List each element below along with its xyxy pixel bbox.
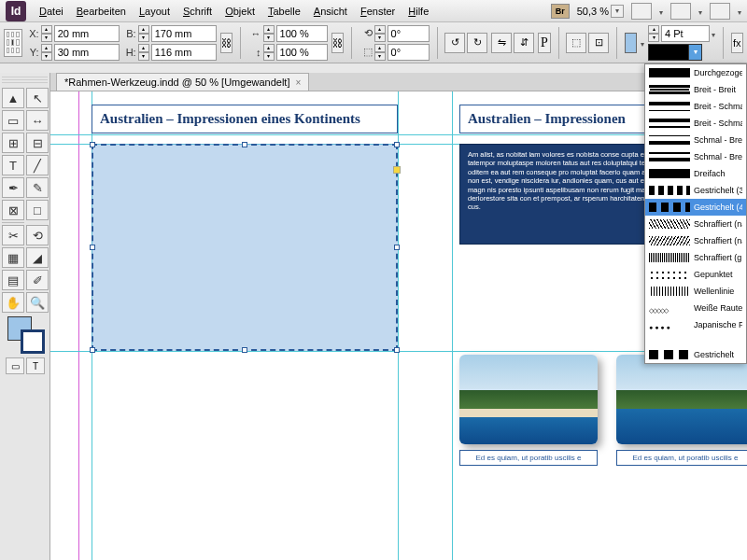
constrain-icon[interactable]: ⛓: [220, 33, 233, 53]
h-spinner[interactable]: ▴▾: [138, 44, 149, 61]
scaley-spinner[interactable]: ▴▾: [263, 44, 275, 61]
resize-handle[interactable]: [394, 347, 400, 353]
caption-frame[interactable]: Ed es quiam, ut poratib uscilis e: [616, 450, 747, 466]
menu-hilfe[interactable]: Hilfe: [408, 6, 429, 17]
zoom-level[interactable]: 50,3 %: [577, 6, 609, 17]
image-frame[interactable]: [616, 355, 747, 444]
line-tool[interactable]: ╱: [26, 155, 49, 175]
resize-handle[interactable]: [394, 245, 400, 250]
note-tool[interactable]: ▤: [2, 270, 24, 290]
rotate-ccw-icon[interactable]: ↺: [444, 33, 465, 53]
stroke-style-dropdown[interactable]: DurchgezogenBreit - BreitBreit - SchmaBr…: [644, 63, 747, 364]
stroke-option[interactable]: Gestrichelt: [645, 346, 746, 363]
resize-handle[interactable]: [242, 347, 247, 353]
scalex-spinner[interactable]: ▴▾: [263, 25, 275, 42]
select-arrow[interactable]: ▲: [2, 88, 24, 108]
fill-dropdown-icon[interactable]: [641, 37, 644, 49]
close-tab-icon[interactable]: ×: [295, 77, 301, 88]
constrain-scale-icon[interactable]: ⛓: [331, 33, 344, 53]
free-transform[interactable]: ⟲: [26, 225, 49, 245]
select-content-icon[interactable]: ⊡: [588, 33, 609, 53]
stroke-option[interactable]: Schraffiert (g: [645, 249, 746, 266]
stroke-option[interactable]: Breit - Schma: [645, 115, 746, 132]
w-input[interactable]: 170 mm: [151, 25, 217, 42]
effects-icon[interactable]: fx: [731, 33, 743, 53]
shear-spinner[interactable]: ▴▾: [374, 44, 386, 61]
zoom-tool[interactable]: 🔍: [26, 292, 49, 313]
scaley-input[interactable]: 100 %: [276, 44, 328, 61]
stroke-weight-dropdown-icon[interactable]: [712, 28, 715, 39]
stroke-weight-input[interactable]: 4 Pt: [661, 25, 710, 42]
panel-grip[interactable]: [2, 77, 48, 84]
caption-frame[interactable]: Ed es quiam, ut poratib uscilis e: [459, 450, 598, 466]
flip-h-icon[interactable]: ⇋: [491, 33, 512, 53]
rotate-input[interactable]: 0°: [388, 25, 430, 42]
type-tool[interactable]: T: [2, 155, 24, 175]
stroke-option[interactable]: Schmal - Brei: [645, 148, 746, 165]
chevron-down-icon[interactable]: [698, 6, 702, 17]
stroke-option[interactable]: Breit - Schma: [645, 98, 746, 115]
stroke-option[interactable]: Dreifach: [645, 165, 746, 182]
rotate-cw-icon[interactable]: ↻: [467, 33, 487, 53]
menu-schrift[interactable]: Schrift: [183, 6, 212, 17]
hand-tool[interactable]: ✋: [2, 292, 24, 313]
x-spinner[interactable]: ▴▾: [41, 25, 52, 42]
zoom-dropdown-icon[interactable]: [611, 5, 624, 18]
stroke-weight-spinner[interactable]: ▴▾: [648, 25, 659, 42]
color-swatches[interactable]: [7, 316, 45, 354]
menu-tabelle[interactable]: Tabelle: [268, 6, 301, 17]
page-tool[interactable]: ▭: [2, 110, 24, 131]
stroke-option[interactable]: Schmal - Brei: [645, 132, 746, 148]
eyedropper[interactable]: ✐: [26, 270, 49, 290]
stroke-option[interactable]: Gestrichelt (3: [645, 182, 746, 199]
content-placer[interactable]: ⊟: [26, 133, 49, 153]
stroke-option[interactable]: Gepunktet: [645, 266, 746, 283]
stroke-option[interactable]: Wellenlinie: [645, 283, 746, 300]
chevron-down-icon[interactable]: [659, 6, 663, 17]
pen-tool[interactable]: ✒: [2, 177, 24, 198]
apply-text-icon[interactable]: T: [26, 357, 45, 374]
p-icon[interactable]: P: [538, 33, 550, 53]
gradient-feather[interactable]: ◢: [26, 247, 49, 268]
apply-color-icon[interactable]: ▭: [6, 357, 24, 374]
gap-tool[interactable]: ↔: [26, 110, 49, 131]
bridge-icon[interactable]: Br: [551, 4, 570, 19]
direct-select[interactable]: ↖: [26, 88, 49, 108]
menu-bearbeiten[interactable]: Bearbeiten: [77, 6, 126, 17]
y-spinner[interactable]: ▴▾: [41, 44, 52, 61]
selected-frame[interactable]: [92, 144, 398, 351]
flip-v-icon[interactable]: ⇵: [514, 33, 534, 53]
stroke-option[interactable]: Durchgezogen: [645, 64, 746, 81]
rect-tool[interactable]: □: [26, 200, 49, 220]
w-spinner[interactable]: ▴▾: [138, 25, 149, 42]
menu-ansicht[interactable]: Ansicht: [314, 6, 347, 17]
shear-input[interactable]: 0°: [388, 44, 430, 61]
pencil-tool[interactable]: ✎: [26, 177, 49, 198]
h-input[interactable]: 116 mm: [151, 44, 217, 61]
menu-objekt[interactable]: Objekt: [225, 6, 255, 17]
stroke-swatch[interactable]: [21, 329, 45, 354]
view-options-icon[interactable]: [631, 3, 652, 20]
stroke-option[interactable]: Schraffiert (na: [645, 216, 746, 232]
image-frame[interactable]: [459, 355, 598, 444]
resize-handle[interactable]: [90, 245, 95, 250]
fill-color[interactable]: [625, 33, 637, 53]
stroke-option[interactable]: Breit - Breit: [645, 81, 746, 98]
frame-rect[interactable]: ⊠: [2, 200, 24, 220]
stroke-option[interactable]: Japanische Pu: [645, 316, 746, 333]
y-input[interactable]: 30 mm: [54, 44, 120, 61]
resize-handle[interactable]: [90, 347, 95, 353]
stroke-option[interactable]: Weiße Rauten: [645, 300, 746, 316]
document-canvas[interactable]: Australien – Impressionen eines Kontinen…: [50, 91, 747, 560]
stroke-option[interactable]: Schraffiert (na: [645, 232, 746, 249]
reference-point[interactable]: [4, 29, 22, 57]
scissors[interactable]: ✂: [2, 225, 24, 245]
resize-handle[interactable]: [242, 142, 247, 147]
document-tab[interactable]: *Rahmen-Werkzeug.indd @ 50 % [Umgewandel…: [56, 73, 309, 91]
content-collector[interactable]: ⊞: [2, 133, 24, 153]
chevron-down-icon[interactable]: [738, 6, 741, 17]
x-input[interactable]: 20 mm: [54, 25, 120, 42]
select-container-icon[interactable]: ⬚: [566, 33, 586, 53]
screen-mode-icon[interactable]: [670, 3, 691, 20]
stroke-option[interactable]: Gestrichelt (4: [645, 199, 746, 216]
